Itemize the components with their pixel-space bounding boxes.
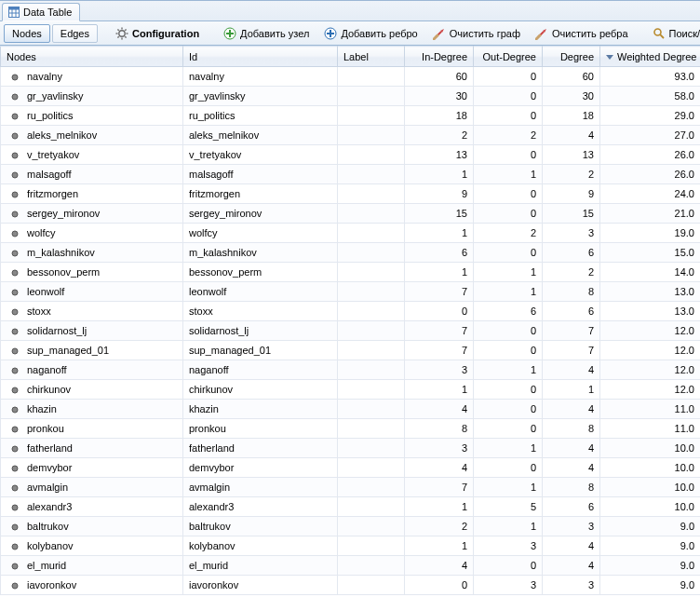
cell-degree: 8 <box>543 419 600 439</box>
cell-in-degree: 1 <box>405 263 474 282</box>
node-icon <box>10 523 20 532</box>
table-row[interactable]: wolfcywolfcy12319.0 <box>1 224 701 243</box>
table-row[interactable]: fritzmorgenfritzmorgen90924.0 <box>1 184 701 204</box>
cell-in-degree: 8 <box>405 419 474 439</box>
toolbar: Nodes Edges Configuration Добавить узел … <box>0 21 700 46</box>
svg-point-54 <box>12 544 18 550</box>
node-icon <box>10 210 20 219</box>
tab-data-table[interactable]: Data Table <box>2 3 80 21</box>
cell-in-degree: 3 <box>405 360 474 380</box>
table-row[interactable]: sergey_mironovsergey_mironov1501521.0 <box>1 204 701 224</box>
cell-nodes: iavoronkov <box>1 576 183 595</box>
node-icon <box>10 131 20 141</box>
table-row[interactable]: sup_managed_01sup_managed_0170712.0 <box>1 341 701 360</box>
table-row[interactable]: m_kalashnikovm_kalashnikov60615.0 <box>1 243 701 263</box>
broom-red-icon <box>535 27 548 40</box>
cell-in-degree: 0 <box>405 302 474 321</box>
table-row[interactable]: bessonov_permbessonov_perm11214.0 <box>1 263 701 282</box>
configuration-button[interactable]: Configuration <box>109 24 206 43</box>
cell-id: fritzmorgen <box>183 184 338 204</box>
cell-out-degree: 6 <box>474 302 543 321</box>
cell-label <box>338 380 405 400</box>
cell-degree: 4 <box>543 126 600 145</box>
add-node-button[interactable]: Добавить узел <box>217 24 316 43</box>
svg-line-25 <box>536 35 540 39</box>
col-header-in-degree[interactable]: In-Degree <box>405 47 474 67</box>
cell-in-degree: 4 <box>405 556 474 576</box>
cell-nodes: navalny <box>1 67 183 87</box>
cell-weighted-degree: 12.0 <box>600 321 701 341</box>
svg-point-36 <box>12 192 18 197</box>
clear-edges-button[interactable]: Очистить ребра <box>529 24 635 43</box>
table-row[interactable]: khazinkhazin40411.0 <box>1 400 701 419</box>
table-row[interactable]: v_tretyakovv_tretyakov1301326.0 <box>1 145 701 165</box>
cell-id: kolybanov <box>183 536 338 556</box>
col-header-out-degree[interactable]: Out-Degree <box>474 47 543 67</box>
table-row[interactable]: iavoronkoviavoronkov0339.0 <box>1 576 701 595</box>
table-row[interactable]: solidarnost_ljsolidarnost_lj70712.0 <box>1 321 701 341</box>
table-row[interactable]: aleks_melnikovaleks_melnikov22427.0 <box>1 126 701 145</box>
cell-id: baltrukov <box>183 517 338 536</box>
svg-point-38 <box>12 231 18 237</box>
cell-degree: 8 <box>543 478 600 497</box>
col-header-nodes[interactable]: Nodes <box>1 47 183 67</box>
table-row[interactable]: chirkunovchirkunov10112.0 <box>1 380 701 400</box>
table-row[interactable]: el_muridel_murid4049.0 <box>1 556 701 576</box>
svg-point-39 <box>12 251 18 256</box>
table-row[interactable]: avmalginavmalgin71810.0 <box>1 478 701 497</box>
plus-blue-icon <box>324 27 337 40</box>
svg-point-42 <box>12 309 18 315</box>
app-window: Data Table Nodes Edges Configuration Доб… <box>0 0 700 611</box>
segment-nodes[interactable]: Nodes <box>4 24 50 43</box>
table-row[interactable]: demvybordemvybor40410.0 <box>1 458 701 478</box>
cell-id: avmalgin <box>183 478 338 497</box>
table-row[interactable]: stoxxstoxx06613.0 <box>1 302 701 321</box>
svg-point-34 <box>12 153 18 158</box>
cell-label <box>338 497 405 517</box>
table-row[interactable]: ru_politicsru_politics1801829.0 <box>1 106 701 126</box>
svg-line-12 <box>117 36 118 37</box>
search-replace-button[interactable]: Поиск/Замена <box>646 24 700 43</box>
data-table: Nodes Id Label In-Degree Out-Degree Degr… <box>0 46 700 595</box>
cell-label <box>338 282 405 302</box>
col-header-weighted-degree[interactable]: Weighted Degree <box>600 47 701 67</box>
table-row[interactable]: pronkoupronkou80811.0 <box>1 419 701 439</box>
node-icon <box>10 444 20 454</box>
cell-weighted-degree: 58.0 <box>600 87 701 106</box>
cell-nodes: chirkunov <box>1 380 183 400</box>
cell-weighted-degree: 9.0 <box>600 556 701 576</box>
cell-degree: 4 <box>543 400 600 419</box>
cell-weighted-degree: 10.0 <box>600 439 701 458</box>
cell-out-degree: 0 <box>474 458 543 478</box>
tab-label: Data Table <box>23 7 72 18</box>
cell-weighted-degree: 13.0 <box>600 282 701 302</box>
add-edge-button[interactable]: Добавить ребро <box>317 24 424 43</box>
table-row[interactable]: leonwolfleonwolf71813.0 <box>1 282 701 302</box>
table-row[interactable]: naganoffnaganoff31412.0 <box>1 360 701 380</box>
cell-nodes: kolybanov <box>1 536 183 556</box>
table-row[interactable]: kolybanovkolybanov1349.0 <box>1 536 701 556</box>
table-container: Nodes Id Label In-Degree Out-Degree Degr… <box>0 46 700 611</box>
cell-label <box>338 419 405 439</box>
cell-in-degree: 3 <box>405 439 474 458</box>
svg-point-49 <box>12 446 18 452</box>
node-icon <box>10 307 20 317</box>
col-header-degree[interactable]: Degree <box>543 47 600 67</box>
table-row[interactable]: baltrukovbaltrukov2139.0 <box>1 517 701 536</box>
node-icon <box>10 562 20 571</box>
table-row[interactable]: alexandr3alexandr315610.0 <box>1 497 701 517</box>
table-row[interactable]: gr_yavlinskygr_yavlinsky3003058.0 <box>1 87 701 106</box>
col-header-id[interactable]: Id <box>183 47 338 67</box>
table-row[interactable]: fatherlandfatherland31410.0 <box>1 439 701 458</box>
node-icon <box>10 366 20 375</box>
cell-id: bessonov_perm <box>183 263 338 282</box>
cell-out-degree: 0 <box>474 341 543 360</box>
table-row[interactable]: malsagoffmalsagoff11226.0 <box>1 165 701 184</box>
node-icon <box>10 542 20 551</box>
svg-point-53 <box>12 524 18 530</box>
svg-point-45 <box>12 368 18 373</box>
segment-edges[interactable]: Edges <box>52 24 98 43</box>
col-header-label[interactable]: Label <box>338 47 405 67</box>
table-row[interactable]: navalnynavalny6006093.0 <box>1 67 701 87</box>
clear-graph-button[interactable]: Очистить граф <box>426 24 527 43</box>
